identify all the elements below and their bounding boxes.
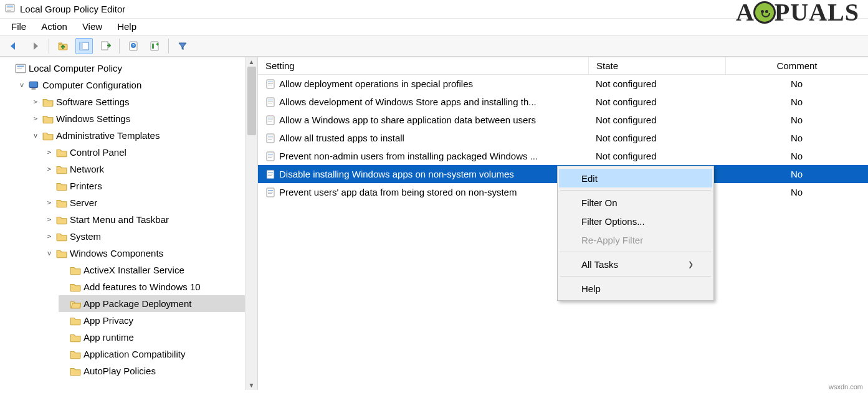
context-menu-label: All Tasks xyxy=(581,259,618,270)
tree-server[interactable]: >Server xyxy=(45,194,257,211)
list-item[interactable]: Allow all trusted apps to install Not co… xyxy=(258,129,868,147)
list-item[interactable]: Allow deployment operations in special p… xyxy=(258,75,868,93)
policy-tree[interactable]: Local Computer Policy v Computer Configu… xyxy=(4,60,257,379)
tree-label: Local Computer Policy xyxy=(29,63,122,73)
policy-item-icon xyxy=(265,187,275,197)
tree-label: Add features to Windows 10 xyxy=(83,282,201,292)
tree-label: Application Compatibility xyxy=(83,349,185,359)
tree-application-compatibility[interactable]: Application Compatibility xyxy=(59,346,257,362)
tree-windows-settings[interactable]: >Windows Settings xyxy=(31,110,257,127)
context-menu-filter-on[interactable]: Filter On xyxy=(559,193,712,212)
menu-file[interactable]: File xyxy=(11,21,26,32)
cell-state: Not configured xyxy=(588,151,725,161)
toolbar: ? xyxy=(0,36,868,57)
tree-app-privacy[interactable]: App Privacy xyxy=(59,312,257,329)
scroll-thumb[interactable] xyxy=(247,67,256,135)
svg-rect-28 xyxy=(268,118,273,118)
folder-icon xyxy=(70,366,81,376)
folder-open-icon xyxy=(70,299,81,309)
svg-rect-46 xyxy=(268,193,272,194)
twisty-closed-icon[interactable]: > xyxy=(45,199,54,207)
tree-software-settings[interactable]: >Software Settings xyxy=(31,93,257,110)
svg-rect-2 xyxy=(7,7,13,8)
svg-rect-45 xyxy=(268,192,273,192)
twisty-open-icon[interactable]: v xyxy=(17,81,26,89)
folder-icon xyxy=(70,349,81,359)
show-hide-tree-button[interactable] xyxy=(75,38,93,54)
column-setting[interactable]: Setting xyxy=(258,60,588,71)
tree-start-menu-taskbar[interactable]: >Start Menu and Taskbar xyxy=(45,211,257,228)
twisty-closed-icon[interactable]: > xyxy=(45,148,54,156)
computer-icon xyxy=(29,80,40,90)
twisty-closed-icon[interactable]: > xyxy=(45,215,54,224)
tree-windows-components[interactable]: vWindows Components xyxy=(45,245,257,262)
twisty-closed-icon[interactable]: > xyxy=(45,165,54,173)
properties-button[interactable] xyxy=(146,38,163,54)
svg-rect-37 xyxy=(268,156,273,156)
menu-action[interactable]: Action xyxy=(41,21,67,32)
tree-network[interactable]: >Network xyxy=(45,161,257,178)
forward-button[interactable] xyxy=(26,38,44,54)
folder-icon xyxy=(56,148,67,158)
back-button[interactable] xyxy=(5,38,22,54)
menu-help[interactable]: Help xyxy=(117,21,136,32)
scroll-down-icon[interactable]: ▼ xyxy=(249,382,255,389)
cell-setting: Allow all trusted apps to install xyxy=(279,133,404,143)
tree-add-features-win10[interactable]: Add features to Windows 10 xyxy=(59,278,257,295)
cell-comment: No xyxy=(725,97,868,107)
column-comment-label: Comment xyxy=(776,60,817,71)
filter-button[interactable] xyxy=(174,38,191,54)
tree-computer-configuration[interactable]: v Computer Configuration xyxy=(17,77,257,93)
tree-root[interactable]: Local Computer Policy xyxy=(4,60,257,77)
tree-app-package-deployment[interactable]: App Package Deployment xyxy=(59,295,257,312)
watermark-text: PUALS xyxy=(775,0,859,27)
tree-label: ActiveX Installer Service xyxy=(83,265,184,275)
twisty-open-icon[interactable]: v xyxy=(31,131,40,140)
twisty-closed-icon[interactable]: > xyxy=(31,115,40,123)
twisty-closed-icon[interactable]: > xyxy=(45,232,54,240)
context-menu-filter-options[interactable]: Filter Options... xyxy=(559,212,712,230)
context-menu-help[interactable]: Help xyxy=(559,279,712,298)
tree-activex-installer[interactable]: ActiveX Installer Service xyxy=(59,262,257,278)
twisty-closed-icon[interactable]: > xyxy=(31,98,40,106)
folder-icon xyxy=(42,131,54,141)
column-state[interactable]: State xyxy=(588,57,725,74)
context-menu-all-tasks[interactable]: All Tasks❯ xyxy=(559,255,712,273)
folder-icon xyxy=(70,282,81,292)
cell-comment: No xyxy=(725,151,868,161)
cell-setting: Allows development of Windows Store apps… xyxy=(279,97,537,107)
tree-label: System xyxy=(70,231,101,242)
scroll-up-icon[interactable]: ▲ xyxy=(249,59,255,65)
up-button[interactable] xyxy=(54,38,72,54)
tree-control-panel[interactable]: >Control Panel xyxy=(45,144,257,161)
list-item[interactable]: Allows development of Windows Store apps… xyxy=(258,93,868,111)
cell-setting: Disable installing Windows apps on non-s… xyxy=(279,169,514,179)
tree-label: Administrative Templates xyxy=(56,130,160,141)
watermark-logo: A PUALS xyxy=(736,0,859,27)
help-button[interactable]: ? xyxy=(125,38,142,54)
context-menu-edit[interactable]: Edit xyxy=(559,169,712,187)
folder-icon xyxy=(70,265,81,275)
svg-text:?: ? xyxy=(132,44,135,48)
tree-scrollbar[interactable]: ▲ ▼ xyxy=(245,57,257,390)
folder-icon xyxy=(70,333,81,343)
tree-autoplay-policies[interactable]: AutoPlay Policies xyxy=(59,362,257,379)
tree-system[interactable]: >System xyxy=(45,228,257,245)
svg-rect-20 xyxy=(268,82,273,82)
tree-printers[interactable]: Printers xyxy=(45,178,257,194)
folder-icon xyxy=(56,249,67,258)
menu-view[interactable]: View xyxy=(82,21,102,32)
policy-item-icon xyxy=(265,133,275,143)
tree-app-runtime[interactable]: App runtime xyxy=(59,329,257,346)
column-comment[interactable]: Comment xyxy=(725,57,868,74)
svg-rect-22 xyxy=(268,85,272,85)
export-list-button[interactable] xyxy=(97,38,114,54)
tree-administrative-templates[interactable]: vAdministrative Templates xyxy=(31,127,257,144)
list-item[interactable]: Prevent non-admin users from installing … xyxy=(258,147,868,165)
list-item[interactable]: Allow a Windows app to share application… xyxy=(258,111,868,129)
twisty-open-icon[interactable]: v xyxy=(45,249,54,257)
svg-rect-42 xyxy=(268,175,272,176)
folder-icon xyxy=(42,97,54,107)
svg-rect-3 xyxy=(7,9,13,9)
tree-label: Printers xyxy=(70,181,102,191)
